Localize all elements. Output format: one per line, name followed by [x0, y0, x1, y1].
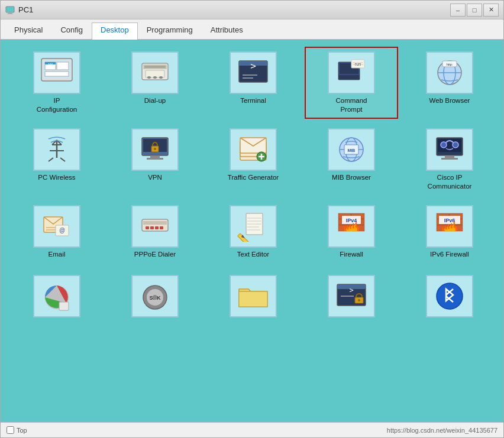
top-checkbox-area: Top [7, 426, 27, 434]
svg-text:>: > [250, 60, 256, 72]
mib-browser-label: MIB Browser [332, 173, 371, 182]
svg-rect-12 [144, 66, 166, 68]
tab-bar: Physical Config Desktop Programming Attr… [1, 20, 503, 40]
vpn-label: VPN [148, 173, 162, 182]
icon-web-browser[interactable]: http: Web Browser [403, 47, 496, 119]
terminal-icon: > [237, 57, 270, 88]
icon-vpn[interactable]: VPN [108, 124, 202, 196]
svg-point-14 [147, 76, 151, 79]
svg-rect-2 [7, 14, 13, 14]
dialup-label: Dial-up [144, 96, 166, 105]
svg-rect-44 [150, 155, 160, 158]
bluetooth-icon [433, 281, 466, 312]
bottom-bar: Top https://blog.csdn.net/weixin_4413567… [1, 422, 503, 437]
icon-cisco-ip-comm[interactable]: Cisco IP Communicator [403, 124, 496, 196]
tab-programming[interactable]: Programming [138, 22, 202, 40]
tab-desktop[interactable]: Desktop [92, 22, 138, 40]
terminal-lock-icon: > [335, 281, 368, 312]
pie-chart-icon [40, 281, 73, 312]
email-label: Email [49, 250, 66, 259]
top-checkbox[interactable] [7, 426, 14, 434]
mib-icon: MIB [335, 134, 368, 165]
svg-point-61 [441, 142, 447, 148]
web-browser-label: Web Browser [429, 96, 470, 105]
dialup-icon [138, 57, 172, 88]
cisco-ip-label: Cisco IP Communicator [422, 173, 478, 191]
icon-email[interactable]: @ Email [10, 200, 104, 265]
top-label[interactable]: Top [17, 427, 27, 434]
svg-point-108 [153, 295, 157, 300]
ipv6-fw-icon: IPv6 [433, 211, 466, 242]
icon-dialup[interactable]: Dial-up [108, 47, 202, 119]
svg-text:MIB: MIB [348, 148, 356, 153]
icon-command-prompt[interactable]: run CommandPrompt [305, 47, 398, 119]
icon-sdk[interactable]: SDK [108, 270, 202, 335]
terminal-label: Terminal [240, 96, 266, 105]
svg-text:@: @ [59, 227, 65, 233]
icon-terminal[interactable]: > Terminal [206, 47, 300, 119]
icon-pppoe[interactable]: PPPoE Dialer [108, 200, 202, 265]
icon-bluetooth[interactable] [403, 270, 496, 335]
close-button[interactable]: ✕ [483, 4, 499, 17]
pc-wireless-label: PC Wireless [38, 173, 75, 182]
wireless-icon [40, 134, 73, 165]
icon-traffic-generator[interactable]: Traffic Generator [206, 124, 300, 196]
svg-rect-75 [160, 226, 163, 229]
desktop-content: 106 IPConfiguration [1, 40, 503, 422]
text-editor-icon [237, 211, 270, 242]
window-title: PC1 [18, 5, 33, 14]
svg-rect-71 [143, 221, 167, 225]
icon-text-editor[interactable]: Text Editor [206, 200, 300, 265]
maximize-button[interactable]: □ [467, 4, 482, 17]
svg-rect-0 [6, 7, 14, 12]
icon-pie-chart[interactable] [10, 270, 104, 335]
tab-config[interactable]: Config [51, 22, 92, 40]
title-controls: – □ ✕ [450, 4, 499, 17]
firewall-icon: IPv4 [335, 211, 368, 242]
icon-scroll-area[interactable]: 106 IPConfiguration [1, 40, 503, 422]
pppoe-label: PPPoE Dialer [134, 250, 176, 259]
svg-text:106: 106 [48, 63, 53, 66]
text-editor-label: Text Editor [237, 250, 269, 259]
svg-point-114 [358, 299, 360, 301]
vpn-icon [138, 134, 172, 165]
icon-ipv6-firewall[interactable]: IPv6 IPv6 Firewall [403, 200, 496, 265]
svg-rect-64 [441, 158, 458, 160]
svg-rect-104 [59, 302, 69, 310]
sdk-icon: SDK [138, 281, 172, 312]
tab-physical[interactable]: Physical [5, 22, 51, 40]
svg-point-115 [437, 283, 463, 309]
tab-attributes[interactable]: Attributes [202, 22, 252, 40]
email-icon: @ [40, 211, 73, 242]
icon-firewall[interactable]: IPv4 Firewall [305, 200, 398, 265]
svg-point-47 [154, 148, 156, 150]
traffic-gen-label: Traffic Generator [228, 173, 279, 182]
svg-point-16 [159, 76, 163, 79]
command-prompt-icon: run [335, 57, 368, 88]
web-browser-icon: http: [433, 57, 466, 88]
icon-ip-configuration[interactable]: 106 IPConfiguration [10, 47, 104, 119]
command-prompt-label: CommandPrompt [335, 96, 367, 114]
svg-rect-73 [150, 226, 154, 229]
svg-text:IPv4: IPv4 [346, 218, 357, 223]
cisco-ip-icon [433, 134, 466, 165]
main-window: PC1 – □ ✕ Physical Config Desktop Progra… [0, 0, 504, 438]
icon-terminal-lock[interactable]: > [305, 270, 398, 335]
svg-rect-9 [45, 72, 69, 76]
icon-folder[interactable] [206, 270, 300, 335]
ip-config-label: IPConfiguration [37, 96, 77, 114]
minimize-button[interactable]: – [450, 4, 466, 17]
svg-rect-88 [360, 219, 364, 225]
url-text: https://blog.csdn.net/weixin_44135677 [387, 427, 497, 434]
icon-grid: 106 IPConfiguration [10, 47, 496, 335]
svg-rect-74 [155, 226, 159, 229]
folder-icon [237, 281, 270, 312]
svg-line-41 [60, 158, 65, 161]
icon-mib-browser[interactable]: MIB MIB Browser [305, 124, 398, 196]
svg-rect-45 [147, 158, 163, 160]
pppoe-icon [138, 211, 172, 242]
svg-rect-72 [146, 226, 149, 229]
svg-rect-1 [8, 12, 12, 14]
svg-text:>: > [349, 286, 353, 294]
icon-pc-wireless[interactable]: PC Wireless [10, 124, 104, 196]
